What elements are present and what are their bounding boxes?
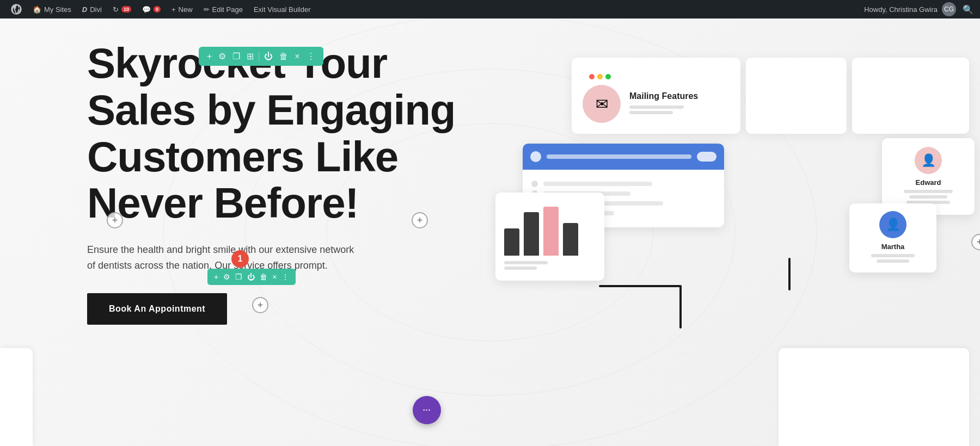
- minimize-dot: [597, 74, 603, 79]
- toggle-switch[interactable]: [697, 152, 716, 162]
- close-dot: [589, 74, 595, 79]
- filter-line: [547, 154, 691, 159]
- bar-chart: [504, 201, 596, 256]
- mailing-line-1: [629, 106, 684, 109]
- bar-2: [524, 212, 539, 256]
- window-chrome: [583, 69, 730, 85]
- page-canvas: + ⚙ ❐ ⊞ ⏻ 🗑 × ⋮ Skyrocket Your Sales by …: [0, 18, 980, 446]
- maximize-dot: [605, 74, 611, 79]
- bar-3: [543, 207, 559, 256]
- martha-profile-card: 👤 Martha: [849, 203, 936, 272]
- section-delete-icon[interactable]: 🗑: [277, 51, 291, 63]
- refresh-icon: ↻: [113, 5, 119, 14]
- chart-labels: [504, 261, 596, 270]
- bottom-left-card: [0, 348, 33, 446]
- module-disable-icon[interactable]: ⏻: [245, 271, 257, 282]
- divi-menu[interactable]: D Divi: [78, 0, 106, 18]
- hero-title: Skyrocket Your Sales by Engaging Custome…: [87, 40, 468, 227]
- user-menu: Howdy, Christina Gwira CG 🔍: [864, 2, 973, 16]
- filter-bar: [523, 144, 724, 170]
- connector-v-2: [788, 258, 791, 290]
- bar-1: [504, 228, 519, 256]
- book-appointment-button[interactable]: Book An Appointment: [87, 293, 227, 325]
- new-menu[interactable]: + New: [167, 0, 197, 18]
- martha-avatar: 👤: [879, 211, 906, 238]
- section-close-icon[interactable]: ×: [292, 51, 302, 63]
- edward-lines: [891, 190, 966, 204]
- add-column-right[interactable]: +: [412, 212, 428, 228]
- section-more-icon[interactable]: ⋮: [304, 50, 318, 63]
- bar-4: [563, 223, 578, 256]
- mailing-text: Mailing Features: [629, 91, 698, 116]
- add-right-edge[interactable]: +: [971, 234, 980, 250]
- martha-name: Martha: [857, 243, 929, 251]
- comment-icon: 💬: [142, 5, 151, 14]
- pencil-icon: ✏: [204, 5, 210, 14]
- placeholder-card-1: [746, 58, 847, 134]
- notification-badge: 1: [231, 250, 249, 268]
- module-more-icon[interactable]: ⋮: [279, 271, 291, 282]
- section-disable-icon[interactable]: ⏻: [261, 51, 275, 63]
- exit-builder-btn[interactable]: Exit Visual Builder: [249, 0, 315, 18]
- my-sites-menu[interactable]: 🏠 My Sites: [28, 0, 76, 18]
- module-toolbar[interactable]: + ⚙ ❐ ⏻ 🗑 × ⋮: [207, 269, 296, 285]
- section-settings-icon[interactable]: ⚙: [216, 50, 229, 63]
- chart-card: [495, 193, 604, 281]
- admin-bar: 🏠 My Sites D Divi ↻ 10 💬 0 + New ✏ Edit …: [0, 0, 980, 18]
- fab-menu[interactable]: ···: [413, 396, 441, 424]
- dots-icon: ···: [423, 406, 431, 414]
- add-column-left[interactable]: +: [107, 212, 123, 228]
- martha-lines: [857, 254, 929, 263]
- section-toolbar[interactable]: + ⚙ ❐ ⊞ ⏻ 🗑 × ⋮: [199, 47, 323, 66]
- search-icon[interactable]: 🔍: [963, 4, 973, 15]
- user-avatar[interactable]: CG: [942, 2, 956, 16]
- section-layout-icon[interactable]: ⊞: [244, 50, 256, 63]
- module-delete-icon[interactable]: 🗑: [258, 271, 270, 282]
- plus-icon: +: [171, 5, 176, 14]
- wordpress-logo[interactable]: [7, 0, 26, 18]
- house-icon: 🏠: [33, 5, 41, 14]
- connector-v-1: [679, 285, 682, 329]
- bottom-right-card: [779, 348, 969, 446]
- connector-h-1: [599, 285, 681, 287]
- divi-icon: D: [82, 5, 87, 14]
- comments-menu[interactable]: 💬 0: [138, 0, 165, 18]
- toolbar-separator: [259, 52, 259, 61]
- updates-menu[interactable]: ↻ 10: [108, 0, 136, 18]
- mailing-line-2: [629, 111, 673, 114]
- section-add-icon[interactable]: +: [204, 51, 215, 63]
- placeholder-card-2: [852, 58, 969, 134]
- mailing-title: Mailing Features: [629, 91, 698, 101]
- edit-page-btn[interactable]: ✏ Edit Page: [199, 0, 247, 18]
- filter-circle: [530, 151, 541, 162]
- edward-avatar: 👤: [915, 147, 942, 174]
- module-settings-icon[interactable]: ⚙: [221, 271, 232, 282]
- edward-name: Edward: [891, 178, 966, 187]
- add-module-inline[interactable]: +: [252, 297, 268, 313]
- mailing-icon: ✉: [583, 85, 621, 123]
- section-duplicate-icon[interactable]: ❐: [230, 50, 243, 63]
- right-mockups: ✉ Mailing Features: [490, 18, 980, 446]
- module-add-icon[interactable]: +: [212, 271, 220, 282]
- mailing-features-card: ✉ Mailing Features: [572, 58, 740, 134]
- module-close-icon[interactable]: ×: [270, 271, 279, 282]
- module-duplicate-icon[interactable]: ❐: [233, 271, 244, 282]
